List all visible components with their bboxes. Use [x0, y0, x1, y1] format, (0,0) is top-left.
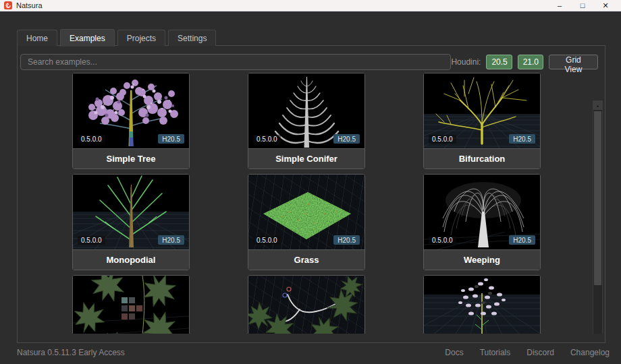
example-card-simple-tree[interactable]: 0.5.0.0 H20.5 Simple Tree [72, 73, 190, 169]
scroll-up-icon[interactable]: ▲ [593, 101, 602, 110]
titlebar: Natsura – □ ✕ [0, 0, 621, 11]
tutorials-link[interactable]: Tutorials [480, 348, 511, 357]
search-input[interactable] [20, 54, 451, 70]
example-card-partial-leaf-branch[interactable] [248, 275, 365, 334]
discord-link[interactable]: Discord [526, 348, 554, 357]
tab-home[interactable]: Home [17, 30, 57, 46]
window-title: Natsura [16, 1, 43, 9]
example-card-simple-conifer[interactable]: 0.5.0.0 H20.5 Simple Conifer [248, 73, 365, 169]
houdini-badge: H20.5 [333, 235, 360, 245]
app-logo-icon [4, 1, 12, 9]
example-card-partial-leaf-atlas[interactable] [72, 275, 190, 334]
card-version-label: 0.5.0.0 [78, 236, 105, 245]
docs-link[interactable]: Docs [445, 348, 463, 357]
houdini-badge: H20.5 [509, 235, 535, 245]
tab-settings[interactable]: Settings [168, 30, 216, 46]
grass-thumbnail: 0.5.0.0 H20.5 [248, 175, 364, 249]
example-card-partial-sapling-roots[interactable] [423, 275, 541, 334]
toolbar: Houdini: 20.5 21.0 Grid View [18, 46, 605, 73]
sapling-roots-thumbnail [424, 276, 540, 334]
houdini-badge: H20.5 [333, 134, 360, 144]
grid-view-button[interactable]: Grid View [549, 55, 598, 69]
houdini-badge: H20.5 [158, 235, 184, 245]
houdini-badge: H20.5 [158, 134, 184, 144]
card-version-label: 0.5.0.0 [429, 236, 456, 245]
examples-panel: Houdini: 20.5 21.0 Grid View [17, 45, 605, 343]
card-title: Simple Tree [73, 148, 189, 169]
scrollbar-track[interactable] [593, 110, 602, 334]
card-title: Monopodial [73, 249, 189, 270]
houdini-badge: H20.5 [509, 134, 535, 144]
example-card-bifurcation[interactable]: 0.5.0.0 H20.5 Bifurcation [423, 73, 541, 169]
houdini-version-20-5-button[interactable]: 20.5 [486, 55, 512, 69]
card-title: Grass [248, 249, 364, 270]
close-icon[interactable]: ✕ [594, 0, 617, 11]
tab-examples[interactable]: Examples [60, 29, 115, 47]
card-title: Simple Conifer [248, 148, 364, 169]
simple-conifer-thumbnail: 0.5.0.0 H20.5 [248, 73, 364, 148]
app-version-status: Natsura 0.5.11.3 Early Access [17, 348, 125, 357]
tab-projects[interactable]: Projects [117, 30, 165, 46]
maximize-icon[interactable]: □ [571, 0, 594, 11]
leaf-branch-thumbnail [248, 276, 364, 334]
monopodial-thumbnail: 0.5.0.0 H20.5 [73, 175, 189, 249]
card-version-label: 0.5.0.0 [253, 135, 281, 144]
changelog-link[interactable]: Changelog [570, 348, 610, 357]
tab-bar: Home Examples Projects Settings [17, 28, 216, 46]
card-title: Bifurcation [424, 148, 540, 169]
card-title: Weeping [424, 249, 540, 270]
minimize-icon[interactable]: – [548, 0, 571, 11]
bifurcation-thumbnail: 0.5.0.0 H20.5 [424, 73, 540, 148]
vertical-scrollbar[interactable]: ▲ ▼ [593, 100, 603, 334]
leaf-atlas-thumbnail [73, 276, 189, 334]
card-version-label: 0.5.0.0 [429, 135, 456, 144]
houdini-label: Houdini: [451, 57, 486, 67]
weeping-thumbnail: 0.5.0.0 H20.5 [424, 175, 540, 249]
example-card-monopodial[interactable]: 0.5.0.0 H20.5 Monopodial [72, 174, 190, 270]
scrollbar-thumb[interactable] [594, 111, 601, 285]
status-bar: Natsura 0.5.11.3 Early Access Docs Tutor… [0, 344, 621, 364]
simple-tree-thumbnail: 0.5.0.0 H20.5 [73, 73, 189, 148]
example-card-weeping[interactable]: 0.5.0.0 H20.5 Weeping [423, 174, 541, 270]
card-version-label: 0.5.0.0 [253, 236, 281, 245]
examples-grid: 0.5.0.0 H20.5 Simple Tree [18, 73, 605, 334]
example-card-grass[interactable]: 0.5.0.0 H20.5 Grass [248, 174, 365, 270]
card-version-label: 0.5.0.0 [78, 135, 105, 144]
houdini-version-21-0-button[interactable]: 21.0 [518, 55, 543, 69]
